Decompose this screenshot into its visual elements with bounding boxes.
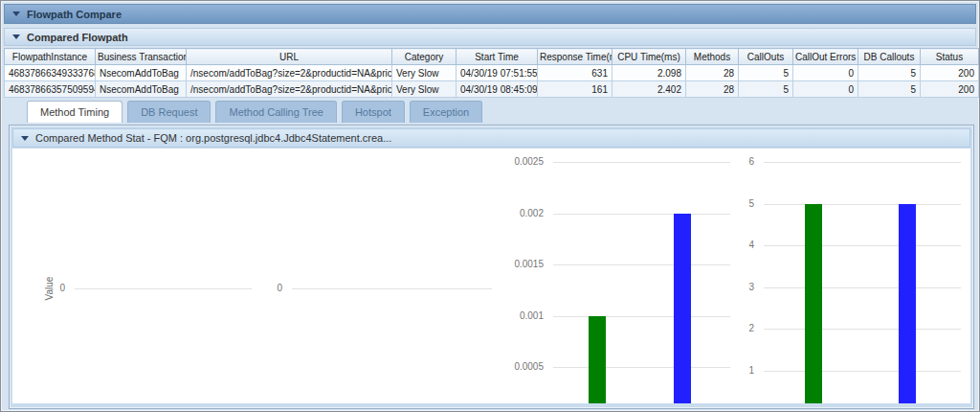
gridline [292,288,492,289]
tab-exception[interactable]: Exception [410,101,482,123]
column-header-url[interactable]: URL [187,49,392,65]
column-header-category[interactable]: Category [392,49,457,65]
y-tick-label: 0.0025 [501,156,544,167]
table-cell: NsecomAddToBag [96,65,187,81]
gridline [764,287,961,288]
table-cell: 28 [686,65,739,81]
gridline [75,288,252,289]
y-tick-label: 1 [745,365,754,376]
column-header-status[interactable]: Status [921,49,979,65]
table-cell: 200 [921,65,979,81]
table-cell: 5 [858,81,921,98]
table-cell: 28 [686,81,739,98]
table-cell: 2.098 [612,65,686,81]
y-tick-label: 4 [745,240,754,250]
table-cell: 0 [793,65,858,81]
collapse-triangle-icon[interactable] [12,11,20,16]
table-cell: 200 [921,81,979,98]
method-timing-panel: Compared Method Stat - FQM : org.postgre… [9,125,974,409]
gridline [553,316,730,317]
table-row[interactable]: 468378663493337685NsecomAddToBag/nsecom/… [5,65,979,81]
y-tick-label: 6 [745,156,754,167]
table-cell: /nsecom/addToBag?size=2&productid=NA&pri… [187,81,392,98]
table-cell: 468378663575095944 [5,81,96,98]
chart-3: 0.00250.0020.00150.0010.0005 [501,149,745,403]
bar-series-1 [589,316,606,404]
y-tick-label: 3 [745,282,754,292]
y-tick-label: 0.0005 [501,361,544,372]
column-header-db-callouts[interactable]: DB Callouts [858,49,921,65]
y-tick-label: 5 [745,198,754,209]
gridline [553,162,730,163]
tab-method-timing[interactable]: Method Timing [27,101,122,123]
chart-4: 654321 [745,149,970,403]
table-cell: 468378663493337685 [5,65,96,81]
y-tick-label: 0.002 [501,208,544,218]
table-cell: 161 [538,81,612,98]
gridline [553,264,730,265]
gridline [553,367,730,368]
column-header-methods[interactable]: Methods [686,49,739,65]
flowpath-compare-header[interactable]: Flowpath Compare [4,4,976,24]
gridline [764,162,961,163]
table-cell: 0 [793,81,858,98]
table-row[interactable]: 468378663575095944NsecomAddToBag/nsecom/… [5,81,979,98]
table-cell: 5 [858,65,921,81]
collapse-triangle-icon[interactable] [21,136,29,141]
y-tick-label: 0 [12,283,65,293]
column-header-callouts[interactable]: CallOuts [739,49,793,65]
column-header-response-time-ms[interactable]: Response Time(ms) [538,49,612,65]
collapse-triangle-icon[interactable] [12,34,20,39]
table-cell: 2.402 [612,81,686,98]
bar-series-1 [805,204,822,403]
table-cell: 631 [538,65,612,81]
bar-series-2 [899,204,916,403]
table-cell: 5 [739,65,793,81]
column-header-flowpathinstance[interactable]: FlowpathInstance [5,49,96,65]
method-stat-title: Compared Method Stat - FQM : org.postgre… [35,132,391,144]
y-tick-label: 2 [745,323,754,333]
compared-method-stat-charts: Value000.00250.0020.00150.0010.000565432… [12,149,970,403]
tab-method-calling-tree[interactable]: Method Calling Tree [215,101,336,123]
column-header-cpu-time-ms[interactable]: CPU Time(ms) [612,49,686,65]
gridline [764,245,961,246]
compared-flowpath-title: Compared Flowpath [27,32,128,43]
flowpath-compare-title: Flowpath Compare [27,9,122,20]
table-cell: 04/30/19 08:45:09 [457,81,538,98]
flowpath-table: FlowpathInstanceBusiness TransactionURLC… [4,48,979,98]
table-cell: Very Slow [392,81,457,98]
bar-series-2 [674,214,691,404]
table-cell: NsecomAddToBag [96,81,187,98]
compared-flowpath-header[interactable]: Compared Flowpath [4,28,976,46]
table-cell: 5 [739,81,793,98]
chart-2: 0 [256,149,501,403]
tab-bar: Method TimingDB RequestMethod Calling Tr… [27,101,482,123]
column-header-start-time[interactable]: Start Time [457,49,538,65]
gridline [764,204,961,205]
y-tick-label: 0 [256,283,282,293]
table-cell: 04/30/19 07:51:55 [457,65,538,81]
table-cell: /nsecom/addToBag?size=2&productid=NA&pri… [187,65,392,81]
table-header-row: FlowpathInstanceBusiness TransactionURLC… [5,49,979,65]
tab-db-request[interactable]: DB Request [127,101,211,123]
column-header-business-transaction[interactable]: Business Transaction [96,49,187,65]
gridline [764,329,961,330]
y-tick-label: 0.0015 [501,259,544,269]
table-cell: Very Slow [392,65,457,81]
tab-hotspot[interactable]: Hotspot [342,101,405,123]
gridline [764,371,961,372]
chart-1: Value0 [12,149,256,403]
column-header-callout-errors[interactable]: CallOut Errors [793,49,858,65]
gridline [553,214,730,215]
method-stat-header[interactable]: Compared Method Stat - FQM : org.postgre… [12,128,970,148]
app-window: Flowpath Compare Compared Flowpath Flowp… [0,0,980,412]
y-tick-label: 0.001 [501,310,544,321]
